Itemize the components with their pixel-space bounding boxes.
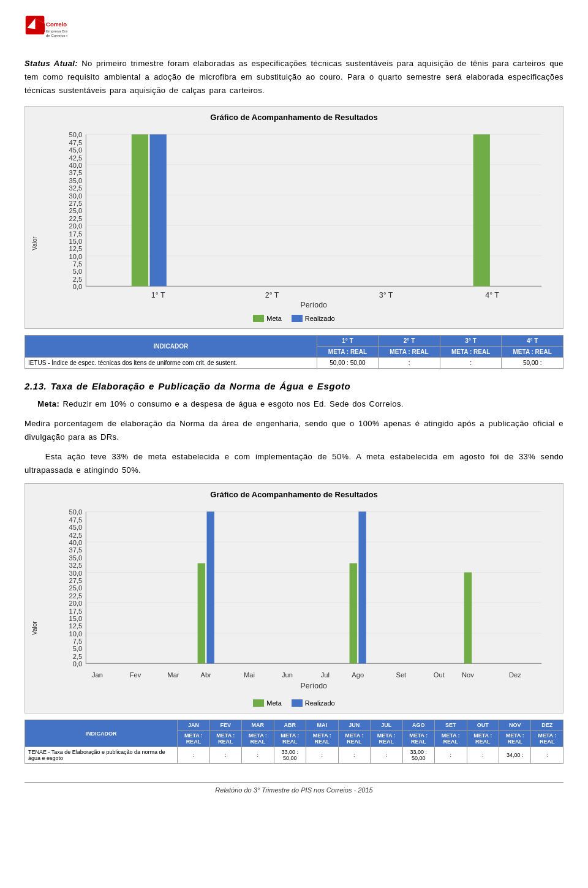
svg-text:7,5: 7,5 — [73, 260, 83, 268]
svg-text:4° T: 4° T — [485, 291, 499, 299]
svg-text:de Correios e Telégrafos: de Correios e Telégrafos — [46, 33, 67, 37]
svg-text:45,0: 45,0 — [69, 146, 83, 154]
table2-val-set: : — [435, 747, 467, 764]
bar-ago-realizado — [358, 512, 366, 664]
svg-text:45,0: 45,0 — [69, 524, 83, 531]
table2-val-abr: 33,00 : 50,00 — [274, 747, 306, 764]
svg-text:5,0: 5,0 — [73, 268, 83, 276]
table2-val-nov: 34,00 : — [499, 747, 530, 764]
chart2-area: Valor 0,0 2,5 5,0 7,5 10,0 12,5 15,0 17,… — [31, 504, 557, 696]
table2-sub-abr: META : REAL — [274, 731, 306, 747]
svg-text:47,5: 47,5 — [69, 139, 83, 146]
svg-text:3° T: 3° T — [379, 291, 393, 299]
table1-header-4t: 4° T — [502, 335, 564, 346]
table2-header-mar: MAR — [242, 720, 274, 731]
table2-header-jun: JUN — [338, 720, 370, 731]
chart2-legend: Meta Realizado — [31, 699, 557, 707]
svg-text:2° T: 2° T — [265, 291, 279, 299]
table1-val-1t: 50,00 : 50,00 — [317, 357, 379, 368]
svg-text:Jun: Jun — [282, 671, 293, 679]
table2-val-ago: 33,00 : 50,00 — [402, 747, 434, 764]
svg-text:30,0: 30,0 — [69, 570, 83, 577]
table2-sub-fev: META : REAL — [209, 731, 241, 747]
table2-sub-set: META : REAL — [435, 731, 467, 747]
svg-text:Jan: Jan — [92, 671, 103, 679]
footer: Relatório do 3° Trimestre do PIS nos Cor… — [24, 782, 564, 794]
svg-text:Ago: Ago — [352, 671, 364, 679]
table2-header-ago: AGO — [402, 720, 434, 731]
chart1-svg: 0,0 2,5 5,0 7,5 10,0 12,5 15,0 17,5 20,0… — [40, 127, 557, 309]
table2-val-dez: : — [531, 747, 564, 764]
svg-text:Fev: Fev — [130, 671, 141, 679]
svg-text:37,5: 37,5 — [69, 547, 83, 554]
svg-text:32,5: 32,5 — [69, 562, 83, 569]
svg-text:42,5: 42,5 — [69, 532, 83, 539]
svg-text:27,5: 27,5 — [69, 200, 83, 207]
table2-row: TENAE - Taxa de Elaboração e publicação … — [25, 747, 564, 764]
status-body: No primeiro trimestre foram elaboradas a… — [24, 59, 564, 95]
legend2-realizado-color — [292, 699, 303, 707]
bar-nov-realizado — [464, 573, 472, 664]
table2-val-mar: : — [242, 747, 274, 764]
svg-text:37,5: 37,5 — [69, 170, 83, 177]
meta-label-213: Meta: — [37, 399, 59, 408]
svg-text:0,0: 0,0 — [73, 661, 83, 668]
svg-text:2,5: 2,5 — [73, 653, 83, 660]
svg-text:Set: Set — [396, 671, 407, 679]
table2-sub-mai: META : REAL — [306, 731, 338, 747]
table2-header-nov: NOV — [499, 720, 530, 731]
chart2-svg: 0,0 2,5 5,0 7,5 10,0 12,5 15,0 17,5 20,0… — [40, 504, 557, 694]
svg-text:50,0: 50,0 — [69, 509, 83, 516]
table2-sub-ago: META : REAL — [402, 731, 434, 747]
legend-realizado: Realizado — [292, 315, 335, 322]
section213-body2: Esta ação teve 33% de meta estabelecida … — [24, 450, 564, 477]
table2-header-set: SET — [435, 720, 467, 731]
svg-text:1° T: 1° T — [151, 291, 165, 299]
chart1-container: Gráfico de Acompanhamento de Resultados … — [24, 106, 564, 329]
chart2-y-label: Valor — [31, 561, 38, 696]
chart1-legend: Meta Realizado — [31, 315, 557, 322]
svg-text:12,5: 12,5 — [69, 623, 83, 630]
svg-text:47,5: 47,5 — [69, 516, 83, 524]
svg-text:20,0: 20,0 — [69, 600, 83, 607]
table1-indicator: IETUS - Índice de espec. técnicas dos it… — [25, 357, 317, 368]
chart1-y-label: Valor — [31, 176, 38, 311]
legend-realizado-label: Realizado — [305, 315, 335, 322]
table1-sub-2t: META : REAL — [379, 346, 440, 357]
svg-text:Jul: Jul — [321, 671, 330, 679]
table1-header-2t: 2° T — [379, 335, 440, 346]
table1-val-2t: : — [379, 357, 440, 368]
svg-text:22,5: 22,5 — [69, 215, 83, 222]
table2-sub-jun: META : REAL — [338, 731, 370, 747]
svg-text:40,0: 40,0 — [69, 539, 83, 546]
table1-sub-3t: META : REAL — [440, 346, 502, 357]
svg-text:7,5: 7,5 — [73, 638, 83, 645]
chart2-title: Gráfico de Acompanhamento de Resultados — [31, 490, 557, 499]
svg-text:25,0: 25,0 — [69, 208, 83, 215]
svg-text:30,0: 30,0 — [69, 192, 83, 200]
table1-val-4t: 50,00 : — [502, 357, 564, 368]
svg-text:Período: Período — [301, 301, 327, 309]
chart1-inner: 0,0 2,5 5,0 7,5 10,0 12,5 15,0 17,5 20,0… — [40, 127, 557, 311]
table2-header-fev: FEV — [209, 720, 241, 731]
table2-val-out: : — [467, 747, 499, 764]
section213-heading: 2.13. Taxa de Elaboração e Publicação da… — [24, 381, 564, 391]
table2-header-mai: MAI — [306, 720, 338, 731]
section213-title: Taxa de Elaboração e Publicação da Norma… — [51, 381, 351, 391]
svg-text:40,0: 40,0 — [69, 162, 83, 169]
legend2-realizado-label: Realizado — [305, 699, 335, 707]
svg-text:32,5: 32,5 — [69, 184, 83, 192]
table1: INDICADOR 1° T 2° T 3° T 4° T META : REA… — [24, 335, 564, 369]
svg-text:17,5: 17,5 — [69, 230, 83, 238]
bar-1t-realizado — [150, 135, 167, 287]
svg-text:20,0: 20,0 — [69, 222, 83, 230]
legend2-meta-label: Meta — [266, 699, 281, 707]
svg-text:35,0: 35,0 — [69, 554, 83, 562]
table2-val-jan: : — [178, 747, 209, 764]
svg-text:Mar: Mar — [167, 671, 179, 679]
bar-abr-meta — [198, 563, 205, 664]
table1-sub-4t: META : REAL — [502, 346, 564, 357]
svg-text:10,0: 10,0 — [69, 630, 83, 638]
table2-header-out: OUT — [467, 720, 499, 731]
svg-text:5,0: 5,0 — [73, 645, 83, 653]
